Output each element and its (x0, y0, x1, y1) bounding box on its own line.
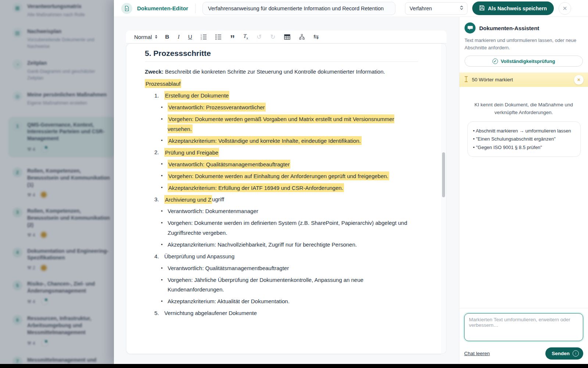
paragraph-style-select[interactable]: Normal (134, 34, 157, 40)
chat-footer: Chat leeren Senden ↑ (459, 308, 588, 364)
doc-list-item[interactable]: •Verantwortlich: Prozessverantwortlicher (145, 103, 418, 113)
document-title-input[interactable] (202, 2, 395, 15)
check-button-label: Vollständigkeitsprüfung (501, 59, 555, 64)
chevron-up-down-icon (460, 5, 463, 11)
doc-list-item[interactable]: •Vorgehen: Jährliche Überprüfung der Dok… (145, 275, 418, 295)
purpose-paragraph[interactable]: Zweck: Beschreibt die konkreten Schritte… (145, 67, 418, 77)
section-heading: 5. Prozessschritte (145, 49, 418, 58)
editor-toolbar: Normal B I U 123 ” Tx ↺ ↻ (126, 31, 447, 43)
text-segment: Verantwortlich: Qualitätsmanagementbeauf… (168, 265, 289, 271)
completeness-check-button[interactable]: ✓ Vollständigkeitsprüfung (465, 56, 583, 67)
background-sidebar: ▦VerantwortungsmatrixAlle Maßnahmen nach… (0, 0, 114, 364)
text-segment: Akzeptanzkriterium: Nachvollziehbarkeit,… (168, 241, 357, 248)
send-arrow-icon: ↑ (573, 350, 579, 357)
style-arrows-icon (155, 35, 157, 39)
doc-list-item[interactable]: •Akzeptanzkriterium: Aktualität der Doku… (145, 297, 418, 307)
clear-chat-link[interactable]: Chat leeren (464, 351, 490, 356)
text-segment: Überprüfung und Anpassung (164, 253, 234, 259)
clear-t: T (243, 33, 247, 39)
list-bullet: • (161, 171, 168, 181)
save-icon (479, 5, 485, 12)
assistant-tips: Abschnitt markieren → umformulieren lass… (467, 121, 581, 157)
purpose-label: Zweck: (145, 68, 164, 75)
swap-arrows-icon[interactable]: ⇆ (313, 33, 320, 41)
underline-button[interactable]: U (187, 33, 193, 40)
list-bullet: • (161, 183, 168, 193)
doc-list-item[interactable]: •Vorgehen: Dokumente werden im definiert… (145, 218, 418, 238)
bold-button[interactable]: B (164, 33, 170, 40)
highlighted-text: Prozessablauf (145, 79, 181, 88)
doc-list-item[interactable]: •Vorgehen: Dokumente werden gemäß Vorgab… (145, 114, 418, 134)
ordered-list-button[interactable]: 123 (200, 33, 208, 40)
italic-button[interactable]: I (177, 33, 180, 40)
text-segment: ugriff (212, 196, 224, 202)
document-icon (121, 3, 132, 14)
doc-text: Akzeptanzkriterium: Erfüllung der IATF 1… (168, 183, 418, 193)
assistant-description: Text markieren und umformulieren lassen,… (465, 37, 582, 51)
clear-formatting-button[interactable]: Tx (243, 32, 249, 41)
doc-text: Akzeptanzkriterium: Vollständige und kor… (168, 136, 418, 146)
doc-list-item[interactable]: 3.Archivierung und Zugriff (145, 195, 418, 205)
list-bullet: • (161, 240, 168, 250)
text-cursor-icon (465, 76, 468, 84)
prozessablauf-line[interactable]: Prozessablauf (145, 79, 418, 89)
text-segment: Vorgehen: Dokumente werden im definierte… (168, 220, 407, 236)
doc-list-item[interactable]: •Akzeptanzkriterium: Erfüllung der IATF … (145, 183, 418, 193)
doc-list-item[interactable]: •Verantwortlich: Qualitätsmanagementbeau… (145, 159, 418, 169)
document-editor-modal: Dokumenten-Editor Verfahren Als Nachweis… (114, 0, 588, 364)
doc-list-item[interactable]: •Verantwortlich: Qualitätsmanagementbeau… (145, 263, 418, 273)
editor-area: Normal B I U 123 ” Tx ↺ ↻ (114, 17, 459, 364)
list-bullet: • (161, 297, 168, 307)
doc-text: Verantwortlich: Prozessverantwortlicher (168, 103, 418, 113)
document-content[interactable]: 5. Prozessschritte Zweck: Beschreibt die… (126, 43, 441, 354)
doc-text: Archivierung und Zugriff (164, 195, 418, 205)
list-bullet: • (161, 263, 168, 273)
doc-text: Akzeptanzkriterium: Aktualität der Dokum… (168, 297, 418, 307)
flowchart-button[interactable] (298, 33, 306, 40)
list-bullet: • (161, 136, 168, 146)
undo-icon[interactable]: ↺ (256, 33, 262, 41)
scrollbar-thumb[interactable] (442, 152, 445, 197)
doc-list-item[interactable]: 4.Überprüfung und Anpassung (145, 252, 418, 262)
doc-list-item[interactable]: •Verantwortlich: Dokumentenmanager (145, 206, 418, 216)
chat-bubble-icon (465, 22, 476, 33)
doc-text: Erstellung der Dokumente (164, 91, 418, 101)
highlighted-text: Vorgehen: Dokumente werden auf Einhaltun… (168, 171, 389, 180)
redo-icon[interactable]: ↻ (269, 33, 276, 41)
highlighted-text: Verantwortlich: Qualitätsmanagementbeauf… (168, 160, 290, 169)
send-button-label: Senden (552, 351, 570, 356)
doc-list-item[interactable]: 5.Vernichtung abgelaufener Dokumente (145, 308, 418, 318)
editor-topbar: Dokumenten-Editor Verfahren Als Nachweis… (114, 0, 588, 17)
doc-list-item[interactable]: 1.Erstellung der Dokumente (145, 91, 418, 101)
doc-list-item[interactable]: 2.Prüfung und Freigabe (145, 148, 418, 158)
bullet-list-button[interactable] (215, 33, 222, 40)
document-assistant-panel: Dokumenten-Assistent Text markieren und … (459, 17, 588, 364)
doc-type-select[interactable]: Verfahren (405, 2, 467, 15)
clear-x: x (247, 37, 248, 40)
doc-list-item[interactable]: •Akzeptanzkriterium: Nachvollziehbarkeit… (145, 240, 418, 250)
tip-item: "Gegen ISO 9001 § 8.5 prüfen" (473, 144, 575, 151)
save-as-evidence-button[interactable]: Als Nachweis speichern (472, 1, 554, 15)
doc-list-item[interactable]: •Akzeptanzkriterium: Vollständige und ko… (145, 136, 418, 146)
editor-title-label: Dokumenten-Editor (137, 5, 188, 11)
blockquote-button[interactable]: ” (229, 38, 236, 39)
paragraph-style-value: Normal (134, 34, 152, 40)
chat-input[interactable] (464, 313, 583, 341)
highlighted-text: Akzeptanzkriterium: Vollständige und kor… (168, 136, 362, 145)
doc-list-item[interactable]: •Vorgehen: Dokumente werden auf Einhaltu… (145, 171, 418, 181)
send-button[interactable]: Senden ↑ (545, 347, 583, 360)
selection-count: 50 Wörter markiert (472, 77, 513, 82)
clear-selection-icon[interactable]: ✕ (574, 75, 584, 85)
text-segment: Vorgehen: Jährliche Überprüfung der Doku… (168, 277, 363, 293)
divider (195, 4, 196, 13)
doc-text: Vorgehen: Dokumente werden gemäß Vorgabe… (168, 114, 418, 134)
modal-dim-overlay (0, 0, 114, 364)
list-bullet: • (161, 206, 168, 216)
doc-text: Verantwortlich: Qualitätsmanagementbeauf… (168, 159, 418, 169)
close-icon[interactable]: ✕ (559, 2, 571, 15)
highlighted-text: Erstellung der Dokumente (164, 91, 229, 100)
text-segment: Vernichtung abgelaufener Dokumente (164, 310, 257, 316)
editor-scrollbar[interactable] (441, 43, 447, 354)
list-bullet: • (161, 114, 168, 134)
insert-table-button[interactable] (283, 33, 291, 40)
